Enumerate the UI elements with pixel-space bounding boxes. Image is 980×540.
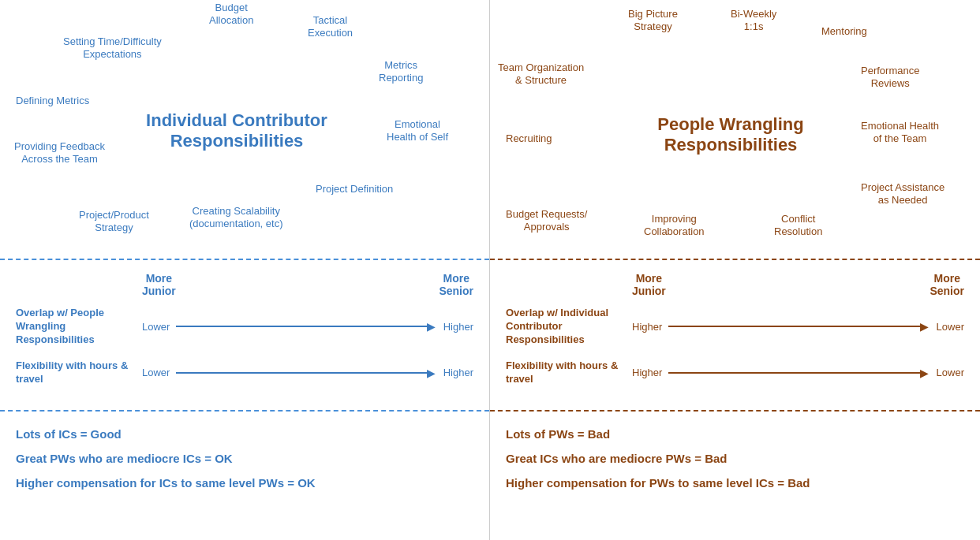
word-item: Big Picture Strategy <box>628 8 678 32</box>
word-item: Project Definition <box>316 183 393 196</box>
right-panel: People Wrangling Responsibilities Big Pi… <box>490 0 980 540</box>
left-bottom-1: Great PWs who are mediocre ICs = OK <box>16 452 473 465</box>
left-row-1-line <box>176 372 427 374</box>
left-panel: Individual Contributor Responsibilities … <box>0 0 490 540</box>
word-item: Emotional Health of Self <box>387 118 448 143</box>
word-item: Budget Requests/ Approvals <box>506 208 587 233</box>
word-item: Recruiting <box>506 132 552 145</box>
word-item: Metrics Reporting <box>379 59 423 84</box>
word-item: Improving Collaboration <box>644 213 705 237</box>
right-top-section: People Wrangling Responsibilities Big Pi… <box>490 0 980 260</box>
word-item: Project Assistance as Needed <box>861 181 944 206</box>
left-row-1-arrow: Lower Higher <box>142 367 473 378</box>
right-row-1-line <box>668 372 920 374</box>
left-bottom-section: Lots of ICs = Good Great PWs who are med… <box>0 412 489 540</box>
right-row-0-to: Lower <box>937 321 964 333</box>
right-row-1-label: Flexibility with hours & travel <box>506 359 632 386</box>
left-row-0-label: Overlap w/ People Wrangling Responsibili… <box>16 307 142 347</box>
right-row-0-line <box>668 326 920 327</box>
left-senior-label: More Senior <box>439 272 473 297</box>
left-title: Individual Contributor Responsibilities <box>134 110 339 152</box>
word-item: Providing Feedback Across the Team <box>14 140 105 165</box>
right-row-1-from: Higher <box>632 367 662 378</box>
left-row-0-from: Lower <box>142 321 170 333</box>
word-item: Creating Scalability (documentation, etc… <box>189 205 283 229</box>
left-bottom-2: Higher compensation for ICs to same leve… <box>16 476 473 490</box>
word-item: Emotional Health of the Team <box>861 120 939 144</box>
left-bottom-0: Lots of ICs = Good <box>16 427 473 441</box>
right-row-0-label: Overlap w/ Individual Contributor Respon… <box>506 307 632 347</box>
right-bottom-1: Great ICs who are mediocre PWs = Bad <box>506 452 964 465</box>
right-title: People Wrangling Responsibilities <box>608 114 853 156</box>
right-spectrum-header: More Junior More Senior <box>506 272 964 297</box>
right-junior-label: More Junior <box>632 272 666 297</box>
right-senior-label: More Senior <box>930 272 964 297</box>
left-row-1-from: Lower <box>142 367 170 378</box>
right-spectrum-row-1: Flexibility with hours & travel Higher L… <box>506 359 964 386</box>
right-bottom-section: Lots of PWs = Bad Great ICs who are medi… <box>490 412 980 540</box>
left-junior-label: More Junior <box>142 272 176 297</box>
right-bottom-2: Higher compensation for PWs to same leve… <box>506 476 964 490</box>
main-container: Individual Contributor Responsibilities … <box>0 0 980 540</box>
right-row-1-to: Lower <box>937 367 964 378</box>
right-row-1-arrow: Higher Lower <box>632 367 964 378</box>
word-item: Performance Reviews <box>861 65 919 89</box>
right-row-0-from: Higher <box>632 321 662 333</box>
left-top-section: Individual Contributor Responsibilities … <box>0 0 489 260</box>
right-bottom-0: Lots of PWs = Bad <box>506 427 964 441</box>
word-item: Setting Time/Difficulty Expectations <box>63 35 162 60</box>
word-item: Defining Metrics <box>16 95 89 107</box>
left-spectrum-header: More Junior More Senior <box>16 272 473 297</box>
word-item: Bi-Weekly 1:1s <box>731 8 776 32</box>
word-item: Mentoring <box>821 25 867 38</box>
word-item: Project/Product Strategy <box>79 209 149 233</box>
left-spectrum-row-1: Flexibility with hours & travel Lower Hi… <box>16 359 473 386</box>
left-spectrum-row-0: Overlap w/ People Wrangling Responsibili… <box>16 307 473 347</box>
right-spectrum-row-0: Overlap w/ Individual Contributor Respon… <box>506 307 964 347</box>
left-middle-section: More Junior More Senior Overlap w/ Peopl… <box>0 260 489 412</box>
left-row-1-label: Flexibility with hours & travel <box>16 359 142 386</box>
right-middle-section: More Junior More Senior Overlap w/ Indiv… <box>490 260 980 412</box>
word-item: Conflict Resolution <box>774 213 822 237</box>
word-item: Budget Allocation <box>209 2 253 26</box>
left-row-0-line <box>176 326 427 327</box>
left-row-0-arrow: Lower Higher <box>142 321 473 333</box>
word-item: Team Organization & Structure <box>498 61 584 86</box>
left-row-1-to: Higher <box>443 367 473 378</box>
word-item: Tactical Execution <box>308 14 353 39</box>
left-row-0-to: Higher <box>443 321 473 333</box>
right-row-0-arrow: Higher Lower <box>632 321 964 333</box>
